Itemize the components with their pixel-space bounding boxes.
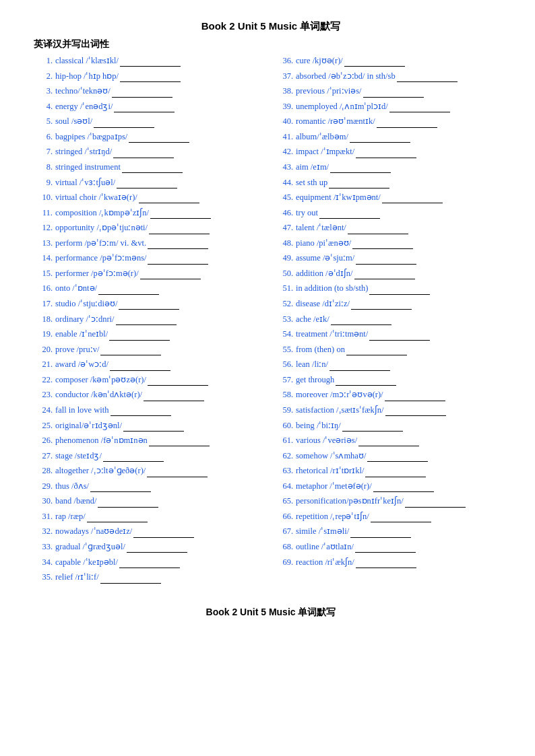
list-item: 69.reaction /riˈækʃn/	[274, 556, 508, 569]
item-text: virtual /ˈvɜːtʃuəl/	[55, 176, 268, 189]
item-number: 41.	[274, 131, 293, 143]
item-number: 31.	[34, 510, 53, 523]
list-item: 48.piano /piˈænəʊ/	[274, 237, 508, 250]
item-number: 38.	[274, 85, 293, 98]
list-item: 26.phenomenon /fəˈnɒmɪnən	[34, 434, 268, 447]
item-text: album/ˈælbəm/	[296, 131, 508, 143]
list-item: 50.addition /əˈdɪʃn/	[274, 267, 508, 280]
item-number: 46.	[274, 207, 293, 219]
list-item: 52.disease /dɪˈziːz/	[274, 298, 508, 310]
list-item: 41.album/ˈælbəm/	[274, 131, 508, 143]
list-item: 39.unemployed /ˌʌnɪmˈplɔɪd/	[274, 100, 508, 113]
item-number: 10.	[34, 191, 53, 204]
list-item: 11.composition /ˌkɒmpəˈzɪʃn/	[34, 207, 268, 219]
list-item: 24.fall in love with	[34, 404, 268, 417]
item-text: stringed instrument	[55, 161, 268, 174]
item-text: impact /ˈɪmpækt/	[296, 145, 508, 158]
list-item: 5.soul /səʊl/	[34, 115, 268, 128]
list-item: 8.stringed instrument	[34, 161, 268, 174]
item-number: 11.	[34, 207, 53, 219]
item-number: 37.	[274, 70, 293, 83]
item-number: 40.	[274, 115, 293, 128]
item-text: gradual /ˈɡrædʒuəl/	[55, 541, 268, 553]
list-item: 57.get through	[274, 374, 508, 386]
item-number: 4.	[34, 100, 53, 113]
item-text: try out	[296, 207, 508, 219]
page: Book 2 Unit 5 Music 单词默写 英译汉并写出词性 1.clas…	[0, 0, 535, 756]
item-text: get through	[296, 374, 508, 386]
item-text: aim /eɪm/	[296, 161, 508, 174]
list-item: 28.altogether /ˌɔːltəˈɡeðə(r)/	[34, 465, 268, 477]
list-item: 40.romantic /rəʊˈmæntɪk/	[274, 115, 508, 128]
item-text: opportunity /ˌɒpəˈtjuːnəti/	[55, 221, 268, 234]
list-item: 18.ordinary /ˈɔːdnri/	[34, 313, 268, 326]
list-item: 27.stage /steɪdʒ/	[34, 450, 268, 462]
item-number: 50.	[274, 267, 293, 280]
item-number: 7.	[34, 145, 53, 158]
item-text: classical /ˈklæsɪkl/	[55, 55, 268, 67]
item-number: 60.	[274, 419, 293, 432]
list-item: 68.outline /ˈaʊtlaɪn/	[274, 541, 508, 553]
item-text: ordinary /ˈɔːdnri/	[55, 313, 268, 326]
item-number: 53.	[274, 313, 293, 326]
list-item: 21.award /əˈwɔːd/	[34, 358, 268, 371]
item-number: 47.	[274, 221, 293, 234]
item-text: composer /kəmˈpəʊzə(r)/	[55, 374, 268, 386]
item-text: satisfaction /ˌsætɪsˈfækʃn/	[296, 404, 508, 417]
item-number: 36.	[274, 55, 293, 67]
item-number: 14.	[34, 252, 53, 265]
item-number: 44.	[274, 176, 293, 189]
item-text: talent /ˈtælənt/	[296, 221, 508, 234]
item-text: cure /kjʊə(r)/	[296, 55, 508, 67]
item-number: 39.	[274, 100, 293, 113]
item-text: composition /ˌkɒmpəˈzɪʃn/	[55, 207, 268, 219]
item-number: 64.	[274, 480, 293, 493]
item-number: 48.	[274, 237, 293, 250]
item-text: equipment /ɪˈkwɪpmənt/	[296, 191, 508, 204]
item-text: addition /əˈdɪʃn/	[296, 267, 508, 280]
list-item: 32.nowadays /ˈnaʊədeɪz/	[34, 525, 268, 538]
item-number: 22.	[34, 374, 53, 386]
item-text: absorbed /əbˈzɔːbd/ in sth/sb	[296, 70, 508, 83]
list-item: 61.various /ˈveəriəs/	[274, 434, 508, 447]
left-column: 1.classical /ˈklæsɪkl/2.hip-hop /ˈhɪp hɒ…	[34, 55, 268, 586]
list-item: 22.composer /kəmˈpəʊzə(r)/	[34, 374, 268, 386]
item-text: previous /ˈpriːviəs/	[296, 85, 508, 98]
item-text: bagpipes /ˈbægpaɪps/	[55, 131, 268, 143]
item-number: 61.	[274, 434, 293, 447]
item-text: rap /ræp/	[55, 510, 268, 523]
list-item: 23.conductor /kənˈdʌktə(r)/	[34, 388, 268, 401]
item-text: moreover /mɔːrˈəʊvə(r)/	[296, 388, 508, 401]
list-item: 45.equipment /ɪˈkwɪpmənt/	[274, 191, 508, 204]
item-text: performance /pəˈfɔːməns/	[55, 252, 268, 265]
item-number: 21.	[34, 358, 53, 371]
item-number: 69.	[274, 556, 293, 569]
list-item: 29.thus /ðʌs/	[34, 480, 268, 493]
list-item: 47.talent /ˈtælənt/	[274, 221, 508, 234]
item-number: 56.	[274, 358, 293, 371]
item-text: set sth up	[296, 176, 508, 189]
list-item: 49.assume /əˈsjuːm/	[274, 252, 508, 265]
list-item: 58.moreover /mɔːrˈəʊvə(r)/	[274, 388, 508, 401]
list-item: 60.being /ˈbiːɪŋ/	[274, 419, 508, 432]
list-item: 42.impact /ˈɪmpækt/	[274, 145, 508, 158]
list-item: 30.band /bænd/	[34, 495, 268, 508]
item-text: studio /ˈstjuːdiəʊ/	[55, 298, 268, 310]
item-number: 19.	[34, 328, 53, 341]
item-text: assume /əˈsjuːm/	[296, 252, 508, 265]
item-number: 6.	[34, 131, 53, 143]
list-item: 46.try out	[274, 207, 508, 219]
item-text: piano /piˈænəʊ/	[296, 237, 508, 250]
item-text: disease /dɪˈziːz/	[296, 298, 508, 310]
item-text: metaphor /ˈmetəfə(r)/	[296, 480, 508, 493]
list-item: 63.rhetorical /rɪˈtɒrɪkl/	[274, 465, 508, 477]
item-number: 45.	[274, 191, 293, 204]
item-number: 63.	[274, 465, 293, 477]
list-item: 43.aim /eɪm/	[274, 161, 508, 174]
page-title: Book 2 Unit 5 Music 单词默写	[34, 20, 508, 33]
item-number: 29.	[34, 480, 53, 493]
item-number: 24.	[34, 404, 53, 417]
item-number: 18.	[34, 313, 53, 326]
item-text: stage /steɪdʒ/	[55, 450, 268, 462]
item-text: techno/ˈteknəʊ/	[55, 85, 268, 98]
